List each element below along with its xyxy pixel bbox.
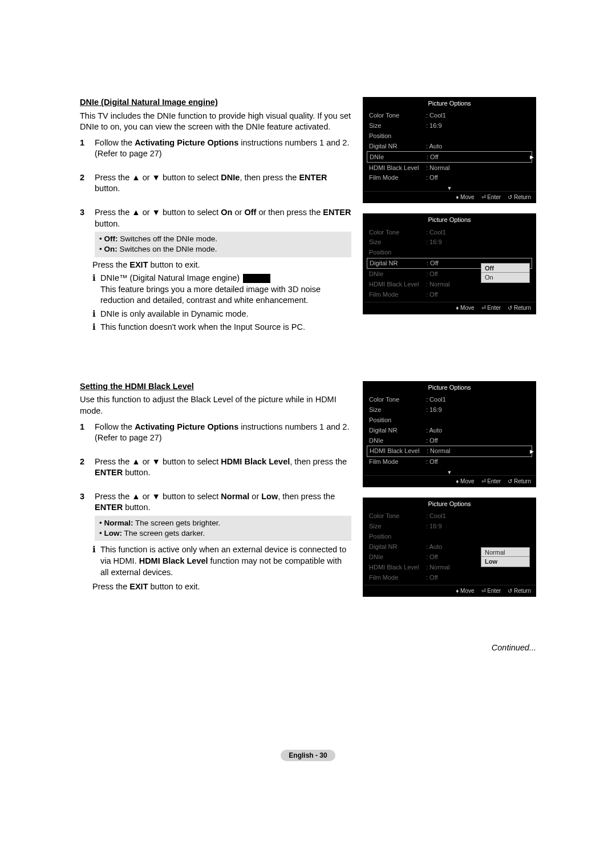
osd-row: HDMI Black Level: Normal	[367, 163, 532, 173]
osd-row: Color Tone: Cool1	[367, 227, 532, 237]
intro-text: This TV includes the DNIe function to pr…	[80, 111, 351, 133]
osd-title: Picture Options	[363, 382, 536, 394]
osd-row: Position	[367, 248, 532, 258]
osd-footer: ♦ Move ⏎ Enter ↺ Return	[363, 475, 536, 487]
osd-row: Film Mode: Off	[367, 289, 532, 300]
osd-row: DNIe: Off	[367, 435, 532, 446]
osd-row: Film Mode: Off	[367, 173, 532, 183]
osd-row: Position	[367, 131, 532, 141]
osd-row: Size: 16:9	[367, 405, 532, 415]
osd-title: Picture Options	[363, 214, 536, 226]
scroll-down-icon: ▼	[363, 470, 536, 475]
note-icon: ℹ	[92, 544, 96, 578]
note-icon: ℹ	[92, 273, 96, 306]
osd-footer: ♦ Move ⏎ Enter ↺ Return	[363, 302, 536, 314]
chevron-right-icon: ►	[529, 447, 535, 455]
osd-row: HDMI Black Level: Normal►	[367, 446, 532, 457]
step-body: Press the ▲ or ▼ button to select On or …	[95, 207, 351, 257]
scroll-down-icon: ▼	[363, 185, 536, 191]
osd-row: Digital NR: Auto	[367, 425, 532, 435]
osd-row: DNIe: Off►	[367, 151, 532, 163]
option-definition-box: • Off: Switches off the DNIe mode. • On:…	[95, 232, 351, 257]
step-number: 1	[80, 138, 88, 160]
osd-title: Picture Options	[363, 498, 536, 510]
section-title: Setting the HDMI Black Level	[80, 381, 351, 393]
page-footer: English - 30	[0, 750, 616, 761]
osd-menu: Picture Options Color Tone: Cool1Size: 1…	[363, 213, 536, 314]
osd-footer: ♦ Move ⏎ Enter ↺ Return	[363, 191, 536, 203]
osd-row: Position	[367, 532, 532, 542]
chevron-right-icon: ►	[529, 153, 535, 161]
step-body: Press the ▲ or ▼ button to select DNIe, …	[95, 172, 351, 195]
osd-row: Film Mode: Off	[367, 457, 532, 467]
step-body: Follow the Activating Picture Options in…	[95, 422, 351, 444]
note-icon: ℹ	[92, 322, 96, 333]
osd-popup-item: Low	[481, 556, 530, 567]
continued-label: Continued...	[80, 642, 536, 654]
osd-row: Size: 16:9	[367, 121, 532, 131]
osd-title: Picture Options	[363, 98, 536, 110]
note-icon: ℹ	[92, 309, 96, 320]
steps-list: 1 Follow the Activating Picture Options …	[80, 138, 351, 257]
option-definition-box: • Normal: The screen gets brighter. • Lo…	[95, 516, 351, 541]
osd-row: Size: 16:9	[367, 237, 532, 248]
osd-popup-item: On	[481, 272, 530, 283]
osd-row: Color Tone: Cool1	[367, 511, 532, 521]
step-number: 2	[80, 456, 88, 479]
osd-row: Position	[367, 415, 532, 425]
osd-row: Digital NR: Auto	[367, 141, 532, 151]
osd-menu: Picture Options Color Tone: Cool1Size: 1…	[363, 381, 536, 487]
osd-row: Color Tone: Cool1	[367, 111, 532, 121]
osd-row: Color Tone: Cool1	[367, 395, 532, 405]
dnie-logo-icon	[243, 274, 270, 283]
osd-menu: Picture Options Color Tone: Cool1Size: 1…	[363, 498, 536, 597]
step-number: 2	[80, 172, 88, 195]
page-number-pill: English - 30	[281, 750, 335, 761]
exit-instruction: Press the EXIT button to exit.	[92, 581, 339, 593]
osd-row: Film Mode: Off	[367, 572, 532, 583]
notes-list: ℹ DNIe™ (Digital Natural Image engine) T…	[92, 273, 351, 333]
section-title: DNIe (Digital Natural Image engine)	[80, 97, 351, 108]
steps-list: 1 Follow the Activating Picture Options …	[80, 422, 351, 541]
step-number: 3	[80, 207, 88, 257]
osd-row: Size: 16:9	[367, 521, 532, 532]
step-body: Press the ▲ or ▼ button to select Normal…	[95, 491, 351, 541]
step-number: 1	[80, 422, 88, 444]
exit-instruction: Press the EXIT button to exit.	[92, 260, 339, 271]
osd-footer: ♦ Move ⏎ Enter ↺ Return	[363, 585, 536, 597]
intro-text: Use this function to adjust the Black Le…	[80, 394, 351, 417]
step-body: Press the ▲ or ▼ button to select HDMI B…	[95, 456, 351, 479]
step-body: Follow the Activating Picture Options in…	[95, 138, 351, 160]
step-number: 3	[80, 491, 88, 541]
osd-menu: Picture Options Color Tone: Cool1Size: 1…	[363, 97, 536, 203]
notes-list: ℹ This function is active only when an e…	[92, 544, 351, 578]
